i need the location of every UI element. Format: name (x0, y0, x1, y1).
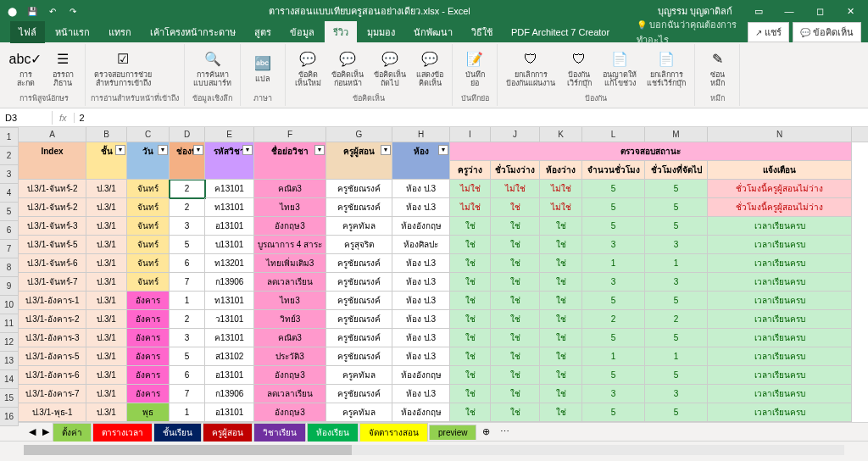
ribbon-button[interactable]: ☑ตรวจสอบการช่วยสำหรับการเข้าถึง (91, 47, 155, 90)
name-box[interactable]: D3 (0, 111, 53, 125)
row-header[interactable]: 14 (0, 370, 18, 389)
row-header[interactable]: 12 (0, 333, 18, 352)
formula-input[interactable]: 2 (75, 111, 868, 125)
tab-file[interactable]: ไฟล์ (10, 21, 45, 43)
col-header[interactable]: C (127, 127, 170, 142)
hdr-day[interactable]: วัน▼ (127, 142, 170, 161)
comments-button[interactable]: 💬 ข้อคิดเห็น (793, 22, 861, 42)
fx-icon[interactable]: fx (53, 113, 75, 123)
sheet-nav-next-icon[interactable]: ▶ (39, 426, 53, 437)
col-header[interactable]: A (19, 127, 86, 142)
ribbon-button[interactable]: 📄อนุญาตให้แก้ไขช่วง (599, 47, 640, 90)
ribbon-button[interactable]: 🛡ยกเลิกการป้องกันแผ่นงาน (503, 47, 559, 90)
col-header[interactable]: B (86, 127, 127, 142)
table-row[interactable]: ป.3/1-จันทร์-2 ป.3/1 จันทร์ 2 ค13101 คณิ… (19, 180, 868, 198)
ribbon-button[interactable]: 💬ข้อคิดเห็นใหม่ (291, 47, 325, 90)
table-row[interactable]: ป.3/1-จันทร์-6 ป.3/1 จันทร์ 6 ท13201 ไทย… (19, 254, 868, 273)
hdr-class[interactable]: ชั้น▼ (86, 142, 127, 161)
filter-icon[interactable]: ▼ (193, 145, 203, 155)
tab-home[interactable]: หน้าแรก (47, 21, 98, 43)
sheet-tab[interactable]: ครูผู้สอน (203, 423, 253, 442)
ribbon-button[interactable]: 🛡ป้องกันเวิร์กบุ๊ก (562, 47, 596, 90)
col-header[interactable]: E (205, 127, 254, 142)
table-row[interactable]: ป.3/1-จันทร์-7 ป.3/1 จันทร์ 7 ก13906 ลดเ… (19, 273, 868, 292)
sheet-tab[interactable]: วิชาเรียน (253, 423, 306, 442)
autosave-toggle[interactable]: ⬤ (3, 3, 20, 19)
table-row[interactable]: ป.3/1-อังคาร-5 ป.3/1 อังคาร 5 ส13102 ประ… (19, 347, 868, 366)
tab-formulas[interactable]: สูตร (246, 21, 280, 43)
ribbon-button[interactable]: 📝บันทึกย่อ (458, 47, 492, 90)
row-header[interactable]: 10 (0, 296, 18, 314)
sheet-menu-icon[interactable]: ⋯ (495, 426, 515, 437)
row-header[interactable]: 9 (0, 277, 18, 296)
table-row[interactable]: ป.3/1-อังคาร-6 ป.3/1 อังคาร 6 อ13101 อัง… (19, 366, 868, 385)
row-header[interactable]: 1 (0, 128, 18, 147)
col-header[interactable]: D (170, 127, 205, 142)
row-header[interactable]: 3 (0, 165, 18, 184)
row-header[interactable]: 2 (0, 147, 18, 165)
redo-icon[interactable]: ↷ (64, 3, 81, 19)
hdr-code[interactable]: รหัสวิชา▼ (205, 142, 254, 161)
table-row[interactable]: ป.3/1-อังคาร-1 ป.3/1 อังคาร 1 ท13101 ไทย… (19, 292, 868, 310)
maximize-icon[interactable]: ◻ (805, 0, 834, 22)
minimize-icon[interactable]: — (775, 0, 804, 22)
row-header[interactable]: 15 (0, 389, 18, 408)
tab-developer[interactable]: นักพัฒนา (405, 21, 461, 43)
row-header[interactable]: 6 (0, 221, 18, 240)
row-header[interactable]: 8 (0, 258, 18, 277)
sheet-tab[interactable]: ตารางเวลา (92, 423, 153, 442)
save-icon[interactable]: 💾 (24, 3, 41, 19)
ribbon-options-icon[interactable]: ▭ (744, 0, 773, 22)
share-button[interactable]: ↗ แชร์ (748, 22, 789, 42)
ribbon-button[interactable]: 💬ข้อคิดเห็นถัดไป (370, 47, 409, 90)
ribbon-button[interactable]: abc✓การสะกด (8, 47, 42, 90)
row-header[interactable]: 13 (0, 352, 18, 370)
sheet-tab[interactable]: ห้องเรียน (307, 423, 359, 442)
col-header[interactable]: N (708, 127, 852, 142)
row-header[interactable]: 16 (0, 408, 18, 426)
tab-help[interactable]: วิธีใช้ (463, 21, 501, 43)
filter-icon[interactable]: ▼ (438, 145, 448, 155)
tell-me-search[interactable]: 💡 บอกฉันว่าคุณต้องการทำอะไร (620, 17, 746, 47)
column-headers[interactable]: ABCDEFGHIJKLMN (19, 127, 868, 142)
col-header[interactable]: F (254, 127, 326, 142)
ribbon-button[interactable]: 📄ยกเลิกการแชร์เวิร์กบุ๊ก (643, 47, 689, 90)
undo-icon[interactable]: ↶ (44, 3, 61, 19)
table-row[interactable]: ป.3/1-อังคาร-7 ป.3/1 อังคาร 7 ก13906 ลดเ… (19, 385, 868, 403)
row-headers[interactable]: 12345678910111213141516 (0, 128, 19, 426)
sheet-tab[interactable]: preview (429, 425, 476, 440)
row-header[interactable]: 11 (0, 314, 18, 333)
table-row[interactable]: ป.3/1-จันทร์-3 ป.3/1 จันทร์ 3 อ13101 อัง… (19, 217, 868, 236)
tab-view[interactable]: มุมมอง (359, 21, 403, 43)
table-row[interactable]: ป.3/1-พุธ-1 ป.3/1 พุธ 1 อ13101 อังกฤษ3 ค… (19, 403, 868, 422)
table-row[interactable]: ป.3/1-จันทร์-5 ป.3/1 จันทร์ 5 บ13101 บูร… (19, 236, 868, 254)
new-sheet-icon[interactable]: ⊕ (477, 426, 495, 437)
sheet-tab[interactable]: ชั้นเรียน (153, 423, 202, 442)
ribbon-button[interactable]: 💬แสดงข้อคิดเห็น (413, 47, 447, 90)
col-header[interactable]: L (582, 127, 645, 142)
ribbon-button[interactable]: 💬ข้อคิดเห็นก่อนหน้า (328, 47, 367, 90)
sheet-nav-prev-icon[interactable]: ◀ (25, 426, 39, 437)
ribbon-button[interactable]: ☰อรรถาภิธาน (46, 47, 80, 90)
col-header[interactable]: M (645, 127, 708, 142)
tab-insert[interactable]: แทรก (100, 21, 140, 43)
col-header[interactable]: K (540, 127, 582, 142)
ribbon-button[interactable]: 🔍การค้นหาแบบสมาร์ท (190, 47, 235, 90)
horizontal-scrollbar[interactable] (7, 445, 861, 455)
tab-review[interactable]: รีวิว (325, 21, 357, 43)
ribbon-button[interactable]: ✎ซ่อนหมึก (700, 47, 734, 90)
sheet-tab[interactable]: ตั้งค่า (53, 423, 92, 442)
hdr-teacher[interactable]: ครูผู้สอน▼ (326, 142, 392, 161)
close-icon[interactable]: ✕ (836, 0, 865, 22)
col-header[interactable]: I (450, 127, 491, 142)
hdr-subject[interactable]: ชื่อย่อวิชา▼ (254, 142, 326, 161)
filter-icon[interactable]: ▼ (381, 145, 391, 155)
tab-data[interactable]: ข้อมูล (281, 21, 323, 43)
filter-icon[interactable]: ▼ (115, 145, 125, 155)
table-row[interactable]: ป.3/1-อังคาร-3 ป.3/1 อังคาร 3 ค13101 คณิ… (19, 329, 868, 347)
hdr-room[interactable]: ห้อง▼ (392, 142, 450, 161)
row-header[interactable]: 5 (0, 203, 18, 221)
tab-layout[interactable]: เค้าโครงหน้ากระดาษ (142, 21, 244, 43)
filter-icon[interactable]: ▼ (158, 145, 168, 155)
spreadsheet-grid[interactable]: 12345678910111213141516 ABCDEFGHIJKLMN I… (0, 127, 868, 422)
